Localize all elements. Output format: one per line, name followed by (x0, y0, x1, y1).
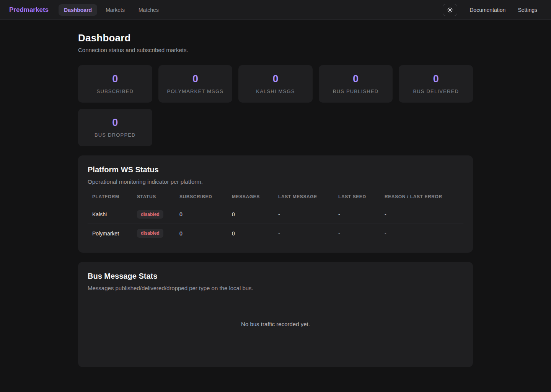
column-header-last-message: LAST MESSAGE (274, 190, 334, 205)
column-header-subscribed: SUBSCRIBED (175, 190, 227, 205)
messages-count: 0 (227, 205, 274, 224)
sun-icon (447, 7, 453, 13)
settings-link[interactable]: Settings (518, 7, 537, 13)
brand-logo[interactable]: Predmarkets (9, 6, 49, 14)
last-message-value: - (274, 205, 334, 224)
status-badge: disabled (137, 210, 163, 219)
stat-value: 0 (192, 74, 198, 84)
stat-label: BUS PUBLISHED (333, 88, 379, 94)
tab-markets[interactable]: Markets (100, 4, 130, 16)
theme-toggle-button[interactable] (443, 4, 457, 16)
primary-nav-tabs: Dashboard Markets Matches (59, 4, 164, 16)
stat-label: BUS DELIVERED (413, 88, 459, 94)
nav-right-actions: Documentation Settings (443, 4, 537, 16)
tab-dashboard[interactable]: Dashboard (59, 4, 97, 16)
table-row-polymarket: Polymarket disabled 0 0 - - - (88, 224, 463, 243)
panel-subtitle: Operational monitoring indicator per pla… (88, 178, 463, 185)
stat-label: POLYMARKET MSGS (167, 88, 224, 94)
platform-name: Kalshi (88, 205, 132, 224)
platform-name: Polymarket (88, 224, 132, 243)
stat-card-bus-delivered: 0 BUS DELIVERED (399, 65, 473, 103)
table-row-kalshi: Kalshi disabled 0 0 - - - (88, 205, 463, 224)
stat-value: 0 (112, 118, 118, 128)
page-subtitle: Connection status and subscribed markets… (78, 47, 473, 53)
platform-status-table: PLATFORM STATUS SUBSCRIBED MESSAGES LAST… (88, 190, 463, 243)
table-header: PLATFORM STATUS SUBSCRIBED MESSAGES LAST… (88, 190, 463, 205)
tab-matches[interactable]: Matches (133, 4, 164, 16)
panel-subtitle: Messages published/delivered/dropped per… (88, 285, 463, 291)
documentation-link[interactable]: Documentation (469, 7, 505, 13)
subscribed-count: 0 (175, 205, 227, 224)
reason-value: - (380, 224, 463, 243)
page-title: Dashboard (78, 32, 473, 44)
empty-state-message: No bus traffic recorded yet. (241, 321, 310, 327)
panel-title: Platform WS Status (88, 165, 463, 174)
last-message-value: - (274, 224, 334, 243)
stat-card-polymarket-msgs: 0 POLYMARKET MSGS (158, 65, 233, 103)
stat-card-kalshi-msgs: 0 KALSHI MSGS (238, 65, 313, 103)
main-content: Dashboard Connection status and subscrib… (78, 20, 473, 367)
messages-count: 0 (227, 224, 274, 243)
column-header-messages: MESSAGES (227, 190, 274, 205)
panel-title: Bus Message Stats (88, 272, 463, 281)
stat-card-subscribed: 0 SUBSCRIBED (78, 65, 152, 103)
stat-card-bus-dropped: 0 BUS DROPPED (78, 109, 152, 146)
stat-value: 0 (433, 74, 439, 84)
stats-grid: 0 SUBSCRIBED 0 POLYMARKET MSGS 0 KALSHI … (78, 65, 473, 146)
subscribed-count: 0 (175, 224, 227, 243)
stat-label: KALSHI MSGS (256, 88, 295, 94)
stat-value: 0 (353, 74, 359, 84)
stat-label: BUS DROPPED (95, 132, 136, 138)
status-badge: disabled (137, 229, 163, 237)
column-header-status: STATUS (132, 190, 175, 205)
bus-stats-empty-state: No bus traffic recorded yet. (88, 291, 463, 357)
last-seed-value: - (334, 205, 380, 224)
stat-card-bus-published: 0 BUS PUBLISHED (319, 65, 393, 103)
stat-value: 0 (272, 74, 278, 84)
column-header-last-seed: LAST SEED (334, 190, 380, 205)
reason-value: - (380, 205, 463, 224)
column-header-platform: PLATFORM (88, 190, 132, 205)
top-navigation-bar: Predmarkets Dashboard Markets Matches (0, 0, 551, 20)
platform-ws-status-panel: Platform WS Status Operational monitorin… (78, 155, 473, 253)
stat-value: 0 (112, 74, 118, 84)
stat-label: SUBSCRIBED (97, 88, 134, 94)
bus-message-stats-panel: Bus Message Stats Messages published/del… (78, 262, 473, 367)
column-header-reason: REASON / LAST ERROR (380, 190, 463, 205)
last-seed-value: - (334, 224, 380, 243)
